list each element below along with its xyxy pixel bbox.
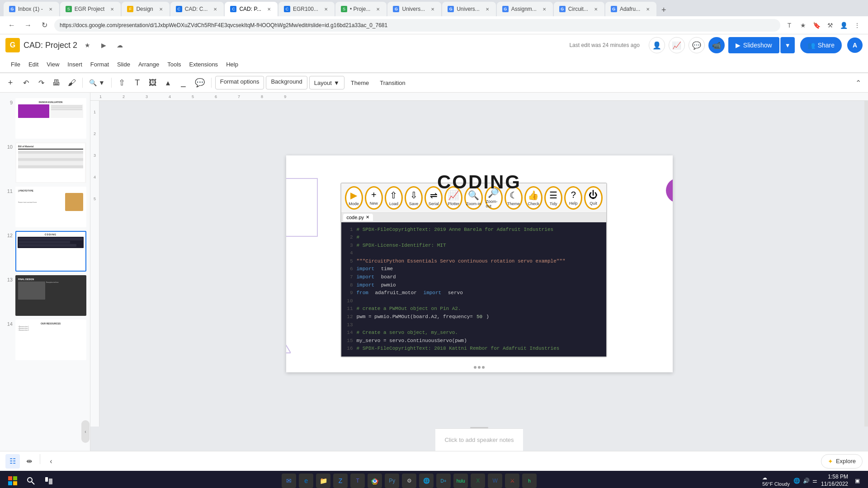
close-tab-univ2[interactable]: ✕	[484, 6, 491, 12]
star-icon[interactable]: ★	[797, 20, 808, 31]
notifications-button[interactable]: ▣	[852, 475, 863, 486]
text-button[interactable]: T	[131, 76, 144, 89]
tab-egr100[interactable]: C EGR100... ✕	[278, 2, 335, 16]
canvas-scrollbar[interactable]	[864, 101, 868, 427]
taskbar-game-icon[interactable]: ⚙	[402, 474, 416, 488]
redo-button[interactable]: ↷	[34, 76, 48, 89]
slide-thumbnail-11[interactable]: ) PROTOTYPE Some text content here	[15, 187, 86, 227]
close-tab-circuit[interactable]: ✕	[593, 6, 599, 12]
menu-view[interactable]: View	[43, 59, 63, 70]
search-button[interactable]	[24, 474, 38, 488]
menu-tools[interactable]: Tools	[164, 59, 184, 70]
taskbar-zoom-icon[interactable]: Z	[333, 474, 348, 488]
image-button[interactable]: 🖼	[146, 76, 160, 89]
taskbar-folder-icon[interactable]: 📁	[316, 474, 330, 488]
comment-button[interactable]: 💬	[192, 76, 208, 89]
shapes-button[interactable]: ▴	[161, 76, 175, 89]
close-tab-cad1[interactable]: ✕	[212, 6, 218, 12]
menu-extensions[interactable]: Extensions	[186, 59, 222, 70]
slide-thumbnail-13[interactable]: FINAL DESIGN Description text here	[15, 275, 86, 316]
print-button[interactable]: 🖶	[50, 76, 63, 89]
theme-button[interactable]: Theme	[346, 76, 373, 89]
menu-slide[interactable]: Slide	[113, 59, 134, 70]
format-options-button[interactable]: Format options	[215, 76, 264, 89]
slide-thumb-row-11[interactable]: 11 ) PROTOTYPE Some text content here	[0, 185, 90, 229]
star-doc-button[interactable]: ★	[81, 39, 94, 52]
menu-file[interactable]: File	[7, 59, 24, 70]
menu-format[interactable]: Format	[87, 59, 113, 70]
menu-help[interactable]: Help	[222, 59, 242, 70]
taskbar-browser2-icon[interactable]: 🌐	[419, 474, 434, 488]
background-button[interactable]: Background	[266, 76, 307, 89]
slideshow-button[interactable]: ▶ Slideshow	[728, 37, 779, 53]
forward-button[interactable]: →	[22, 19, 34, 32]
profile-icon[interactable]: 👤	[838, 20, 849, 31]
time-display[interactable]: 1:58 PM 11/16/2022	[821, 474, 848, 488]
people-icon-btn[interactable]: 👤	[649, 37, 665, 53]
close-tab-proj[interactable]: ✕	[375, 6, 381, 12]
slide-thumb-row-13[interactable]: 13 FINAL DESIGN Description text here	[0, 273, 90, 318]
layout-button[interactable]: Layout ▼	[309, 76, 344, 89]
notes-area[interactable]: Click to add speaker notes	[435, 428, 523, 451]
new-tab-button[interactable]: +	[657, 4, 670, 16]
close-tab-univ1[interactable]: ✕	[429, 6, 436, 12]
extensions-icon[interactable]: ⚒	[825, 20, 835, 31]
tab-univ2[interactable]: G Univers... ✕	[442, 2, 496, 16]
taskbar-disney-icon[interactable]: D+	[436, 474, 451, 488]
slide-thumb-row-12[interactable]: 12 CODING	[0, 229, 90, 273]
slide-canvas[interactable]: CODING ▶ Mode +	[286, 155, 673, 372]
close-tab-gmail[interactable]: ✕	[47, 6, 54, 12]
menu-arrange[interactable]: Arrange	[135, 59, 163, 70]
cursor-button[interactable]: ⇧	[115, 76, 129, 89]
slide-thumbnail-12[interactable]: CODING	[15, 231, 86, 272]
transition-button[interactable]: Transition	[375, 76, 410, 89]
close-tab-adafru[interactable]: ✕	[645, 6, 651, 12]
slide-view-button[interactable]: ☷	[5, 454, 20, 469]
undo-button[interactable]: ↶	[19, 76, 33, 89]
tab-univ1[interactable]: G Univers... ✕	[387, 2, 441, 16]
explore-button[interactable]: ✦ Explore	[821, 454, 863, 469]
paint-format-button[interactable]: 🖌	[65, 76, 79, 89]
close-tab-egr[interactable]: ✕	[109, 6, 115, 12]
menu-icon[interactable]: ⋮	[852, 20, 863, 31]
taskbar-antivirus-icon[interactable]: ⚔	[505, 474, 519, 488]
menu-edit[interactable]: Edit	[25, 59, 42, 70]
reload-button[interactable]: ↻	[38, 19, 51, 32]
taskbar-edge-icon[interactable]: e	[299, 474, 313, 488]
meet-icon-btn[interactable]: 📹	[708, 37, 725, 53]
tab-adafru[interactable]: G Adafru... ✕	[605, 2, 656, 16]
task-view-button[interactable]	[42, 474, 56, 488]
close-tab-assign[interactable]: ✕	[541, 6, 547, 12]
tab-proj[interactable]: S • Proje... ✕	[335, 2, 387, 16]
slide-thumb-row-9[interactable]: 9 DESIGN EVALUATION	[0, 96, 90, 141]
slide-thumb-row-14[interactable]: 14 OUR RESOURCES • Resource item 1 • Res…	[0, 318, 90, 362]
close-tab-cad2[interactable]: ✕	[266, 6, 272, 12]
close-tab-codepy[interactable]: ✕	[366, 215, 369, 220]
zoom-button[interactable]: 🔍 ▼	[86, 76, 108, 89]
tab-cad2[interactable]: C CAD: P... ✕	[225, 2, 277, 16]
start-button[interactable]	[5, 474, 20, 488]
menu-insert[interactable]: Insert	[64, 59, 86, 70]
taskbar-mail-icon[interactable]: ✉	[282, 474, 296, 488]
grid-view-button[interactable]: ⇼	[22, 454, 36, 469]
trending-icon-btn[interactable]: 📈	[669, 37, 685, 53]
address-box[interactable]: https://docs.google.com/presentation/d/1…	[54, 19, 780, 32]
taskbar-excel-icon[interactable]: X	[471, 474, 485, 488]
mu-code-area[interactable]: 1 # SPDX-FileCopyrightText: 2019 Anne Ba…	[341, 222, 606, 357]
taskbar-chrome-icon[interactable]	[368, 474, 382, 488]
tab-design[interactable]: F Design ✕	[122, 2, 169, 16]
mu-tab-codepy[interactable]: code.py ✕	[343, 214, 373, 221]
taskbar-word-icon[interactable]: W	[488, 474, 502, 488]
slide-thumb-row-10[interactable]: 10 Bill of Material	[0, 141, 90, 185]
cloud-save-icon[interactable]: ☁	[113, 39, 126, 52]
line-button[interactable]: ⎯	[177, 76, 190, 89]
tab-assign[interactable]: G Assignm... ✕	[497, 2, 553, 16]
taskbar-hulu-icon[interactable]: hulu	[453, 474, 468, 488]
taskbar-teams-icon[interactable]: T	[350, 474, 365, 488]
weather-widget[interactable]: ☁ 56°F Cloudy	[762, 474, 790, 488]
tab-cad1[interactable]: C CAD: C... ✕	[170, 2, 224, 16]
collapse-toolbar-button[interactable]: ⌃	[852, 76, 864, 89]
taskbar-python-icon[interactable]: Py	[385, 474, 399, 488]
back-button[interactable]: ←	[5, 19, 18, 32]
user-avatar[interactable]: A	[847, 38, 863, 53]
